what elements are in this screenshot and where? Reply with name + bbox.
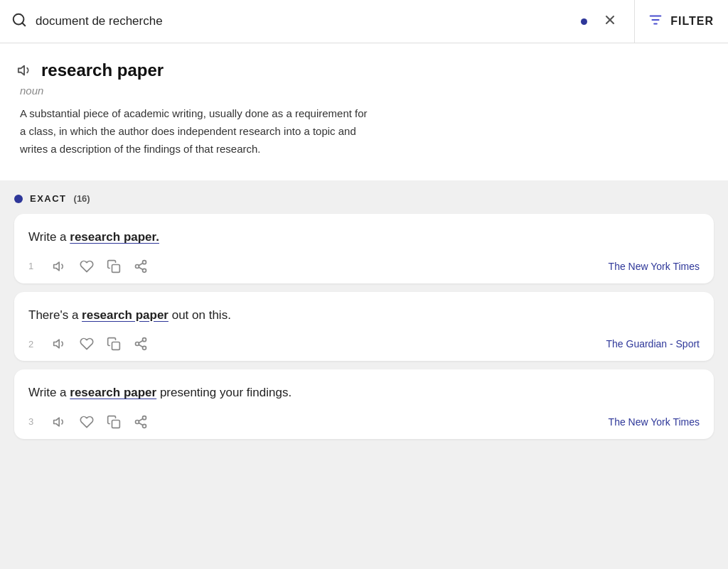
svg-rect-16 bbox=[112, 342, 120, 350]
definition-section: research paper noun A substantial piece … bbox=[0, 43, 728, 180]
copy-button-2[interactable] bbox=[107, 337, 121, 351]
result-sentence-3: Write a research paper presenting your f… bbox=[28, 384, 700, 402]
filter-icon bbox=[648, 12, 663, 31]
search-icon bbox=[11, 12, 27, 31]
svg-rect-9 bbox=[112, 264, 120, 272]
share-button-3[interactable] bbox=[134, 415, 148, 429]
result-card-3: Write a research paper presenting your f… bbox=[14, 369, 714, 439]
result-number-2: 2 bbox=[28, 339, 40, 349]
heart-button-2[interactable] bbox=[80, 337, 94, 351]
definition-text: A substantial piece of academic writing,… bbox=[17, 105, 373, 158]
speaker-button-2[interactable] bbox=[53, 337, 67, 351]
exact-count: (16) bbox=[74, 193, 90, 204]
search-input[interactable] bbox=[36, 14, 581, 28]
svg-line-1 bbox=[22, 23, 25, 26]
heart-button-1[interactable] bbox=[80, 259, 94, 273]
speaker-button-3[interactable] bbox=[53, 415, 67, 429]
svg-line-20 bbox=[139, 345, 143, 347]
result-card-2: There's a research paper out on this. 2 bbox=[14, 292, 714, 362]
svg-line-28 bbox=[139, 418, 143, 421]
exact-section: EXACT (16) Write a research paper. 1 bbox=[0, 180, 728, 446]
exact-label: EXACT bbox=[30, 193, 67, 204]
result-sentence-2: There's a research paper out on this. bbox=[28, 306, 700, 325]
svg-marker-7 bbox=[18, 66, 24, 75]
definition-word: research paper bbox=[41, 60, 164, 80]
source-3: The New York Times bbox=[609, 416, 700, 428]
exact-dot bbox=[14, 195, 23, 203]
svg-line-27 bbox=[139, 423, 143, 425]
copy-button-1[interactable] bbox=[107, 259, 121, 273]
svg-line-14 bbox=[139, 263, 143, 265]
search-indicator-dot bbox=[581, 18, 587, 25]
source-2: The Guardian - Sport bbox=[606, 338, 700, 349]
share-button-2[interactable] bbox=[134, 337, 148, 351]
result-sentence-1: Write a research paper. bbox=[28, 228, 700, 246]
svg-marker-22 bbox=[54, 418, 60, 426]
heart-button-3[interactable] bbox=[80, 415, 94, 429]
filter-label: FILTER bbox=[670, 15, 714, 28]
svg-rect-23 bbox=[112, 420, 120, 428]
result-number-1: 1 bbox=[28, 261, 40, 271]
result-card: Write a research paper. 1 bbox=[14, 214, 714, 283]
speaker-button-1[interactable] bbox=[53, 259, 67, 273]
definition-speaker-button[interactable] bbox=[17, 63, 33, 78]
svg-line-21 bbox=[139, 341, 143, 343]
svg-marker-15 bbox=[54, 340, 60, 348]
filter-button[interactable]: FILTER bbox=[634, 0, 728, 43]
source-1: The New York Times bbox=[609, 261, 700, 272]
definition-pos: noun bbox=[17, 85, 711, 97]
result-number-3: 3 bbox=[28, 416, 40, 427]
share-button-1[interactable] bbox=[134, 259, 148, 273]
svg-line-13 bbox=[139, 267, 143, 269]
clear-search-button[interactable] bbox=[597, 10, 623, 33]
copy-button-3[interactable] bbox=[107, 415, 121, 429]
svg-marker-8 bbox=[54, 262, 60, 271]
